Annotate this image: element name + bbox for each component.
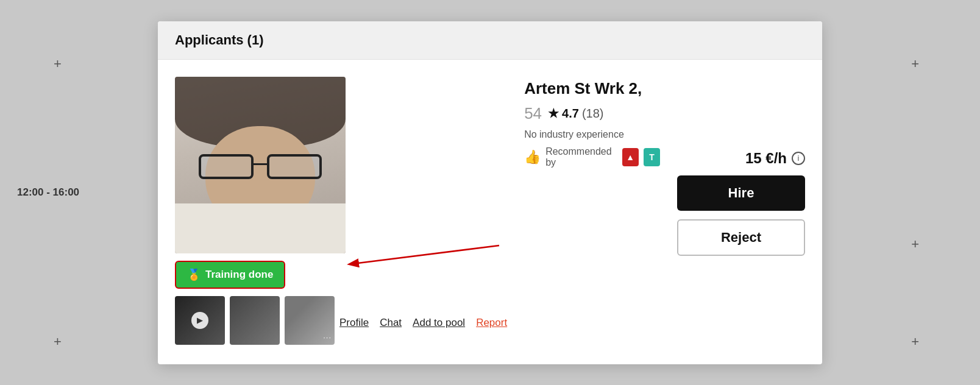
applicant-name: Artem St Wrk 2,	[524, 79, 642, 98]
time-label: 12:00 - 16:00	[17, 186, 79, 199]
profile-link[interactable]: Profile	[339, 317, 369, 329]
applicant-actions: 15 €/h i Hire Reject	[677, 77, 805, 256]
rec-badge-red: ▲	[622, 148, 639, 166]
report-link[interactable]: Report	[476, 317, 507, 329]
thumbnail-3[interactable]: ···	[285, 296, 335, 345]
thumbs-up-icon: 👍	[524, 149, 541, 165]
applicant-experience: No industry experience	[524, 129, 660, 140]
plus-icon: +	[911, 57, 919, 71]
applicant-name-row: Artem St Wrk 2, 54 ★ 4.7 (18)	[524, 79, 660, 123]
applicant-photo	[175, 77, 346, 253]
reject-button[interactable]: Reject	[677, 219, 805, 256]
modal-title: Applicants (1)	[175, 32, 263, 48]
hire-button[interactable]: Hire	[677, 175, 805, 211]
modal-body: 🏅 Training done ▶ ···	[158, 60, 822, 364]
modal-header: Applicants (1)	[158, 21, 822, 60]
info-icon[interactable]: i	[792, 152, 805, 165]
recommended-row: 👍 Recommended by ▲ T	[524, 146, 660, 168]
plus-icon: +	[54, 57, 62, 71]
trophy-icon: 🏅	[187, 268, 201, 281]
price-value: 15 €/h	[745, 150, 787, 167]
star-icon: ★	[548, 106, 559, 121]
play-icon: ▶	[191, 312, 208, 329]
price-row: 15 €/h i	[745, 150, 805, 167]
thumbnail-2[interactable]	[230, 296, 280, 345]
plus-icon: +	[54, 335, 62, 348]
rec-badge-teal: T	[644, 148, 660, 166]
action-links: Profile Chat Add to pool Report	[339, 317, 507, 329]
photo-thumbnails: ▶ ··· Profile Chat Add to pool Report	[175, 296, 507, 345]
thumbnail-1[interactable]: ▶	[175, 296, 225, 345]
applicant-info: Artem St Wrk 2, 54 ★ 4.7 (18) No industr…	[524, 77, 660, 168]
applicant-age: 54	[524, 104, 542, 123]
rating-count: (18)	[582, 107, 604, 121]
training-badge-label: Training done	[205, 269, 273, 281]
recommended-label: Recommended by	[545, 146, 617, 168]
applicants-modal: Applicants (1)	[158, 21, 822, 364]
plus-icon: +	[911, 238, 919, 251]
more-dots-icon: ···	[323, 333, 332, 342]
plus-icon: +	[911, 335, 919, 348]
add-to-pool-link[interactable]: Add to pool	[413, 317, 465, 329]
training-badge-container: 🏅 Training done	[175, 261, 285, 289]
training-done-badge[interactable]: 🏅 Training done	[175, 261, 285, 289]
applicant-left-column: 🏅 Training done ▶ ···	[175, 77, 507, 345]
chat-link[interactable]: Chat	[380, 317, 402, 329]
rating-value: 4.7	[562, 107, 579, 121]
applicant-rating: ★ 4.7 (18)	[548, 106, 603, 121]
